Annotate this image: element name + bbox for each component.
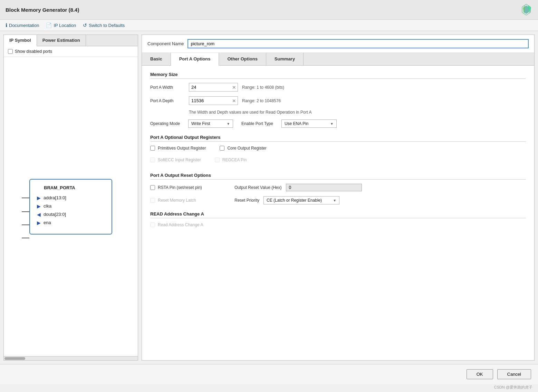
ip-symbol-area: BRAM_PORTA ▶ addra[13:0] ▶ clka ◀ douta[… [4, 57, 138, 356]
operating-mode-arrow-icon: ▼ [227, 122, 230, 126]
operating-mode-label: Operating Mode [150, 121, 180, 126]
port-a-width-range: Range: 1 to 4608 (bits) [242, 85, 284, 90]
reset-priority-label: Reset Priority [234, 198, 259, 203]
regcea-label: REGCEA Pin [222, 157, 247, 162]
read-address-title: READ Address Change A [150, 211, 526, 218]
softecc-row: SoftECC Input Register [150, 157, 201, 162]
reset-priority-dropdown[interactable]: CE (Latch or Register Enable) ▼ [263, 196, 339, 204]
rsta-label: RSTA Pin (set/reset pin) [158, 185, 202, 190]
tab-basic[interactable]: Basic [142, 53, 171, 65]
reset-priority-arrow-icon: ▼ [333, 199, 336, 202]
regcea-checkbox[interactable] [215, 157, 220, 162]
optional-output-title: Port A Optional Output Registers [150, 135, 526, 142]
regcea-row: REGCEA Pin [215, 157, 247, 162]
reset-priority-value: CE (Latch or Register Enable) [267, 198, 322, 203]
port-addra: ▶ addra[13:0] [37, 195, 105, 201]
port-label-clka: clka [44, 203, 51, 209]
port-arrow-addra: ▶ [37, 195, 41, 201]
switch-defaults-label: Switch to Defaults [89, 23, 125, 28]
port-a-depth-label: Port A Depth [150, 98, 185, 103]
memory-size-title: Memory Size [150, 72, 526, 79]
ok-button[interactable]: OK [467, 369, 493, 379]
documentation-link[interactable]: ℹ Documentation [6, 22, 39, 28]
tab-power-estimation[interactable]: Power Estimation [37, 35, 86, 46]
tab-other-options[interactable]: Other Options [219, 53, 266, 65]
reset-priority-row: Reset Priority CE (Latch or Register Ena… [234, 196, 339, 204]
tab-port-a-options[interactable]: Port A Options [171, 53, 219, 66]
cancel-button[interactable]: Cancel [497, 369, 531, 379]
right-panel: Component Name Basic Port A Options Othe… [142, 35, 535, 361]
softecc-label: SoftECC Input Register [158, 157, 201, 162]
operating-mode-row: Operating Mode Write First ▼ Enable Port… [150, 119, 526, 128]
port-a-width-row: Port A Width ✕ Range: 1 to 4608 (bits) [150, 83, 526, 92]
read-address-change-checkbox[interactable] [150, 222, 155, 227]
content-area: IP Symbol Power Estimation Show disabled… [0, 31, 538, 364]
reset-memory-latch-label: Reset Memory Latch [158, 198, 196, 203]
primitives-output-label: Primitives Output Register [158, 146, 206, 151]
file-icon: 📄 [46, 22, 52, 28]
port-douta: ◀ douta[23:0] [37, 212, 105, 217]
output-reset-section: Port A Output Reset Options RSTA Pin (se… [150, 173, 526, 204]
show-disabled-label: Show disabled ports [15, 49, 52, 54]
hint-text: The Width and Depth values are used for … [189, 110, 526, 115]
enable-port-type-value: Use ENA Pin [285, 121, 308, 126]
port-a-depth-row: Port A Depth ✕ Range: 2 to 1048576 [150, 96, 526, 105]
read-address-change-row: Read Address Change A [150, 222, 526, 227]
read-address-section: READ Address Change A Read Address Chang… [150, 211, 526, 227]
operating-mode-dropdown[interactable]: Write First ▼ [188, 119, 233, 128]
output-registers-row1: Primitives Output Register Core Output R… [150, 146, 526, 154]
port-label-ena: ena [44, 220, 51, 225]
watermark: CSDN @爱奔跑的虎子 [0, 384, 538, 392]
reset-memory-latch-checkbox[interactable] [150, 198, 155, 203]
output-reset-value-row: Output Reset Value (Hex) [234, 184, 362, 191]
rsta-row: RSTA Pin (set/reset pin) [150, 185, 226, 190]
port-arrow-douta: ◀ [37, 212, 41, 217]
port-a-width-label: Port A Width [150, 85, 185, 90]
left-scrollbar[interactable] [4, 356, 138, 360]
port-a-depth-input[interactable] [189, 97, 231, 105]
bram-title: BRAM_PORTA [37, 185, 105, 190]
enable-port-type-arrow-icon: ▼ [330, 122, 334, 126]
ip-location-link[interactable]: 📄 IP Location [46, 22, 76, 28]
primitives-output-row: Primitives Output Register [150, 146, 206, 151]
port-a-depth-range: Range: 2 to 1048576 [242, 98, 281, 103]
component-name-input[interactable] [188, 39, 529, 48]
read-address-change-label: Read Address Change A [158, 222, 203, 227]
left-tabs: IP Symbol Power Estimation [4, 35, 138, 46]
port-label-douta: douta[23:0] [44, 212, 66, 217]
core-output-checkbox[interactable] [220, 146, 224, 151]
xilinx-logo-icon [520, 3, 532, 16]
left-panel: IP Symbol Power Estimation Show disabled… [3, 35, 138, 361]
enable-port-type-dropdown[interactable]: Use ENA Pin ▼ [281, 119, 337, 128]
port-a-width-input[interactable] [189, 83, 231, 91]
tab-summary[interactable]: Summary [266, 53, 304, 65]
tabs-row: Basic Port A Options Other Options Summa… [142, 53, 534, 66]
rsta-checkbox[interactable] [150, 185, 155, 190]
softecc-checkbox[interactable] [150, 157, 155, 162]
enable-port-type-label: Enable Port Type [241, 121, 273, 126]
show-disabled-checkbox[interactable] [8, 49, 13, 54]
port-a-depth-clear-button[interactable]: ✕ [231, 97, 238, 104]
tab-content: Memory Size Port A Width ✕ Range: 1 to 4… [142, 66, 534, 360]
port-arrow-clka: ▶ [37, 203, 41, 209]
port-a-width-wrap: ✕ [189, 83, 238, 92]
port-a-depth-wrap: ✕ [189, 96, 238, 105]
component-name-row: Component Name [142, 35, 534, 53]
optional-output-section: Port A Optional Output Registers Primiti… [150, 135, 526, 166]
refresh-icon: ↺ [83, 22, 87, 28]
toolbar: ℹ Documentation 📄 IP Location ↺ Switch t… [0, 20, 538, 31]
port-ena: ▶ ena [37, 220, 105, 226]
documentation-label: Documentation [9, 23, 39, 28]
port-a-width-clear-button[interactable]: ✕ [231, 84, 238, 91]
port-arrow-ena: ▶ [37, 220, 41, 226]
output-registers-row2: SoftECC Input Register REGCEA Pin [150, 157, 526, 166]
scrollbar-thumb [4, 357, 25, 360]
memory-size-section: Memory Size Port A Width ✕ Range: 1 to 4… [150, 72, 526, 128]
switch-defaults-link[interactable]: ↺ Switch to Defaults [83, 22, 125, 28]
port-clka: ▶ clka [37, 203, 105, 209]
primitives-output-checkbox[interactable] [150, 146, 155, 151]
output-reset-value-input[interactable] [286, 184, 362, 191]
tab-ip-symbol[interactable]: IP Symbol [4, 35, 37, 46]
window-title: Block Memory Generator (8.4) [6, 7, 79, 13]
component-name-label: Component Name [147, 41, 184, 46]
